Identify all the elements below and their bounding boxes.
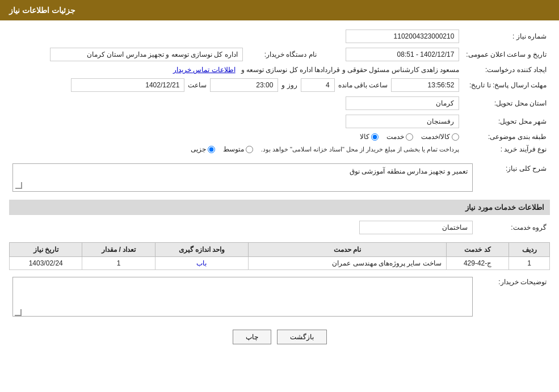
purchase-type-label: نوع فرآیند خرید : (463, 143, 550, 155)
deadline-days-label: روز و (281, 81, 297, 89)
deadline-remaining-label: ساعت باقی مانده (338, 81, 388, 89)
province-label: استان محل تحویل: (463, 94, 550, 112)
category-khedmat-item: خدمت (386, 133, 413, 141)
purchase-jozei-label: جزیی (191, 145, 206, 153)
buyer-desc-table: توضیحات خریدار: (9, 275, 550, 321)
buyer-org-value: اداره کل نوسازی توسعه و تجهیز مدارس استا… (50, 48, 243, 61)
page-container: جزئیات اطلاعات نیاز شماره نیاز : 1102004… (0, 0, 559, 392)
category-kala-khedmat-label: کالا/خدمت (421, 133, 450, 141)
category-kala-radio[interactable] (371, 133, 379, 141)
description-table: شرح کلی نیاز: تعمیر و تجهیز مدارس منطقه … (9, 161, 550, 194)
category-kala-khedmat-item: کالا/خدمت (421, 133, 459, 141)
cell-name: ساخت سایر پروژه‌های مهندسی عمران (249, 257, 447, 270)
buyer-org-label: نام دستگاه خریدار: (246, 45, 320, 64)
service-group-label: گروه خدمت: (476, 218, 550, 237)
publish-date-label: تاریخ و ساعت اعلان عمومی: (463, 45, 550, 64)
purchase-type-radio-group: پرداخت تمام یا بخشی از مبلغ خریدار از مح… (12, 145, 459, 153)
city-label: شهر محل تحویل: (463, 112, 550, 130)
creator-value: مسعود زاهدی کارشناس مسئول حقوقی و قراردا… (241, 66, 460, 74)
cell-quantity: 1 (82, 257, 155, 270)
category-kala-item: کالا (360, 133, 379, 141)
request-number-value: 1102004323000210 (346, 29, 459, 43)
buyer-desc-wrapper (12, 277, 473, 318)
cell-row: 1 (509, 257, 550, 270)
col-header-qty: تعداد / مقدار (82, 243, 155, 257)
content-area: شماره نیاز : 1102004323000210 تاریخ و سا… (0, 20, 559, 351)
creator-label: ایجاد کننده درخواست: (463, 64, 550, 76)
col-header-code: کد خدمت (446, 243, 509, 257)
purchase-motawaset-label: متوسط (223, 145, 244, 153)
purchase-motawaset-radio[interactable] (246, 146, 253, 153)
purchase-motawaset-item: متوسط (223, 145, 253, 153)
page-title: جزئیات اطلاعات نیاز (9, 6, 75, 15)
city-value: رفسنجان (346, 115, 459, 128)
deadline-date: 1402/12/21 (71, 78, 184, 92)
province-value: کرمان (346, 96, 459, 110)
category-khedmat-radio[interactable] (406, 133, 413, 141)
deadline-days: 4 (301, 78, 335, 92)
services-data-table: ردیف کد خدمت نام حدمت واحد اندازه گیری ت… (9, 242, 550, 270)
cell-code: ج-42-429 (446, 257, 509, 270)
category-radio-group: کالا/خدمت خدمت کالا (12, 133, 459, 141)
service-group-table: گروه خدمت: ساختمان (9, 218, 550, 237)
print-button[interactable]: چاپ (233, 330, 271, 344)
category-label: طبقه بندی موضوعی: (463, 130, 550, 143)
button-bar: بازگشت چاپ (9, 330, 550, 344)
service-group-value: ساختمان (359, 221, 473, 234)
purchase-jozei-item: جزیی (191, 145, 215, 153)
category-kala-khedmat-radio[interactable] (452, 133, 459, 141)
page-header: جزئیات اطلاعات نیاز (0, 0, 559, 20)
cell-date: 1403/02/24 (10, 257, 82, 270)
col-header-row: ردیف (509, 243, 550, 257)
category-khedmat-label: خدمت (386, 133, 404, 141)
description-label: شرح کلی نیاز: (476, 161, 550, 194)
col-header-date: تاریخ نیاز (10, 243, 82, 257)
contact-link[interactable]: اطلاعات تماس خریدار (173, 66, 236, 74)
deadline-label: مهلت ارسال پاسخ: تا تاریخ: (463, 76, 550, 94)
services-section-title: اطلاعات خدمات مورد نیاز (9, 200, 550, 215)
table-row: 1 ج-42-429 ساخت سایر پروژه‌های مهندسی عم… (10, 257, 550, 270)
buyer-desc-textarea[interactable] (12, 277, 473, 317)
deadline-time-label: ساعت (188, 81, 207, 89)
col-header-unit: واحد اندازه گیری (155, 243, 248, 257)
deadline-remaining: 13:56:52 (391, 78, 459, 92)
request-number-label: شماره نیاز : (463, 27, 550, 45)
deadline-time: 23:00 (210, 78, 278, 92)
publish-date-value: 1402/12/17 - 08:51 (346, 48, 459, 61)
back-button[interactable]: بازگشت (277, 330, 327, 344)
category-kala-label: کالا (360, 133, 369, 141)
col-header-name: نام حدمت (249, 243, 447, 257)
description-value: تعمیر و تجهیز مدارس منطقه آموزشی نوق (12, 163, 473, 192)
purchase-jozei-radio[interactable] (208, 146, 215, 153)
cell-unit: باب (155, 257, 248, 270)
purchase-note: پرداخت تمام یا بخشی از مبلغ خریدار از مح… (261, 146, 460, 153)
main-form-table: شماره نیاز : 1102004323000210 تاریخ و سا… (9, 27, 550, 155)
buyer-desc-label: توضیحات خریدار: (476, 275, 550, 321)
